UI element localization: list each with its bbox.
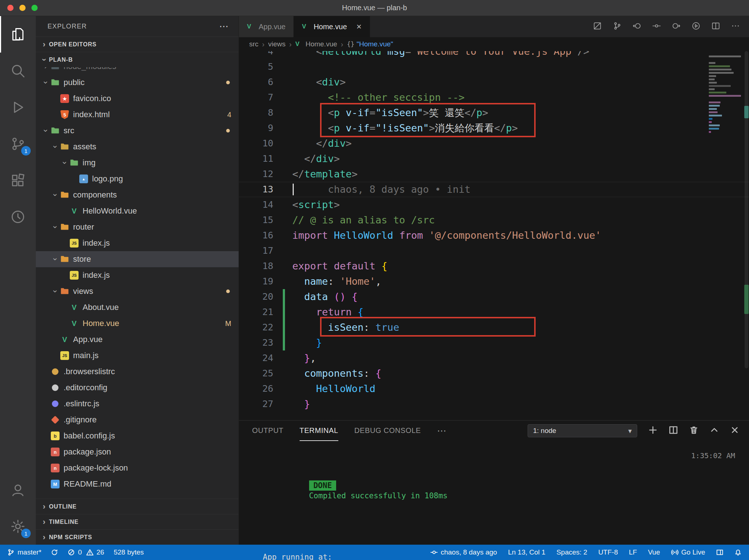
- status-file-size[interactable]: 528 bytes: [114, 548, 144, 556]
- tree-item-package-lock.json[interactable]: npackage-lock.json: [36, 460, 239, 476]
- tree-item-.browserslistrc[interactable]: .browserslistrc: [36, 364, 239, 380]
- sidebar-section-timeline[interactable]: ›TIMELINE: [36, 514, 239, 529]
- line-number[interactable]: 25: [239, 366, 292, 381]
- code-line-10[interactable]: 10 </div>: [239, 136, 749, 151]
- tree-item-.eslintrc.js[interactable]: .eslintrc.js: [36, 396, 239, 412]
- tab-app-vue[interactable]: VApp.vue: [239, 16, 294, 37]
- action-gitlens-changes[interactable]: [593, 21, 602, 32]
- code-line-13[interactable]: 13 chaos, 8 days ago • init: [239, 182, 749, 197]
- line-number[interactable]: 14: [239, 197, 292, 212]
- breadcrumb-item[interactable]: {}"Home.vue": [347, 40, 393, 48]
- code-line-7[interactable]: 7 <!-- other seccsipn -->: [239, 90, 749, 105]
- code-line-18[interactable]: 18export default {: [239, 258, 749, 274]
- tree-item-readme.md[interactable]: MREADME.md: [36, 476, 239, 492]
- code-editor[interactable]: 4 <HelloWorld msg="Welcome to Your Vue.j…: [239, 51, 749, 420]
- line-number[interactable]: 12: [239, 166, 292, 182]
- tree-item-.editorconfig[interactable]: .editorconfig: [36, 380, 239, 396]
- panel-action-maximize-panel[interactable]: [710, 425, 719, 436]
- activity-settings[interactable]: 1: [0, 508, 36, 545]
- code-line-23[interactable]: 23 }: [239, 335, 749, 350]
- activity-run-debug[interactable]: [0, 89, 36, 126]
- code-line-8[interactable]: 8 <p v-if="isSeen">笑 還笑</p>: [239, 105, 749, 120]
- activity-history[interactable]: [0, 199, 36, 235]
- tab-home-vue[interactable]: VHome.vue×: [294, 16, 370, 37]
- activity-source-control[interactable]: 1: [0, 126, 36, 162]
- line-number[interactable]: 5: [239, 59, 292, 74]
- editor-scrollbar[interactable]: [744, 51, 749, 420]
- sidebar-section-npm-scripts[interactable]: ›NPM SCRIPTS: [36, 529, 239, 545]
- workspace-root-section[interactable]: › PLAN-B: [36, 52, 239, 67]
- action-more-actions[interactable]: [731, 21, 740, 32]
- action-gitlens-graph[interactable]: [612, 21, 622, 32]
- terminal[interactable]: DONE Compiled successfully in 108ms 1:35…: [239, 441, 749, 560]
- action-toggle-annotations[interactable]: [652, 21, 661, 32]
- line-number[interactable]: 24: [239, 350, 292, 366]
- code-line-27[interactable]: 27 }: [239, 396, 749, 412]
- action-previous-change[interactable]: [632, 21, 642, 32]
- tree-item-router[interactable]: ›router: [36, 219, 239, 235]
- status-branch[interactable]: master*: [7, 548, 41, 556]
- panel-tab-output[interactable]: OUTPUT: [252, 421, 284, 441]
- tree-item-main.js[interactable]: JSmain.js: [36, 348, 239, 364]
- line-number[interactable]: 9: [239, 120, 292, 136]
- breadcrumb-item[interactable]: src: [249, 40, 258, 48]
- tree-item-about.vue[interactable]: VAbout.vue: [36, 299, 239, 315]
- tree-item-index.js[interactable]: JSindex.js: [36, 235, 239, 251]
- panel-tab-terminal[interactable]: TERMINAL: [300, 421, 338, 441]
- line-number[interactable]: 15: [239, 212, 292, 228]
- code-line-12[interactable]: 12</template>: [239, 166, 749, 182]
- zoom-window-button[interactable]: [31, 5, 38, 11]
- line-number[interactable]: 11: [239, 151, 292, 166]
- line-number[interactable]: 16: [239, 228, 292, 243]
- breadcrumb-item[interactable]: VHome.vue: [295, 40, 337, 48]
- activity-accounts[interactable]: [0, 472, 36, 508]
- code-line-25[interactable]: 25 components: {: [239, 366, 749, 381]
- action-split-editor[interactable]: [711, 21, 721, 32]
- code-line-15[interactable]: 15// @ is an alias to /src: [239, 212, 749, 228]
- line-number[interactable]: 7: [239, 90, 292, 105]
- line-number[interactable]: 6: [239, 74, 292, 90]
- status-sync[interactable]: [51, 549, 58, 556]
- status-warnings[interactable]: 26: [86, 548, 104, 556]
- tree-item-public[interactable]: ›public: [36, 74, 239, 91]
- breadcrumb-item[interactable]: views: [268, 40, 286, 48]
- code-line-26[interactable]: 26 HelloWorld: [239, 381, 749, 396]
- line-number[interactable]: 18: [239, 258, 292, 274]
- tree-item-img[interactable]: ›img: [36, 155, 239, 171]
- activity-explorer[interactable]: [0, 16, 36, 53]
- line-number[interactable]: 10: [239, 136, 292, 151]
- tree-item-src[interactable]: ›src: [36, 123, 239, 139]
- code-line-22[interactable]: 22 isSeen: true: [239, 320, 749, 335]
- tree-item-node_modules[interactable]: ›node_modules: [36, 67, 239, 74]
- action-open-preview[interactable]: [691, 21, 701, 32]
- code-line-14[interactable]: 14<script>: [239, 197, 749, 212]
- tree-item-helloworld.vue[interactable]: VHelloWorld.vue: [36, 203, 239, 219]
- activity-search[interactable]: [0, 53, 36, 89]
- tree-item-views[interactable]: ›views: [36, 283, 239, 299]
- line-number[interactable]: 26: [239, 381, 292, 396]
- line-number[interactable]: 27: [239, 396, 292, 412]
- line-number[interactable]: 13: [239, 182, 292, 197]
- code-line-19[interactable]: 19 name: 'Home',: [239, 274, 749, 289]
- code-line-4[interactable]: 4 <HelloWorld msg="Welcome to Your Vue.j…: [239, 51, 749, 59]
- line-number[interactable]: 20: [239, 289, 292, 304]
- tree-item-index.html[interactable]: 5index.html4: [36, 107, 239, 123]
- panel-action-split-terminal[interactable]: [669, 425, 678, 436]
- code-line-20[interactable]: 20 data () {: [239, 289, 749, 304]
- code-line-9[interactable]: 9 <p v-if="!isSeen">消失給你看看</p>: [239, 120, 749, 136]
- terminal-selector[interactable]: 1: node ▾: [528, 424, 637, 437]
- tree-item-app.vue[interactable]: VApp.vue: [36, 331, 239, 348]
- status-errors[interactable]: 0: [68, 548, 82, 556]
- code-line-6[interactable]: 6 <div>: [239, 74, 749, 90]
- panel-action-kill-terminal[interactable]: [689, 425, 699, 436]
- close-window-button[interactable]: [7, 5, 14, 11]
- more-actions-icon[interactable]: ⋯: [219, 21, 229, 32]
- panel-action-close-panel[interactable]: [730, 425, 740, 436]
- panel-tab-debug-console[interactable]: DEBUG CONSOLE: [354, 421, 421, 441]
- line-number[interactable]: 21: [239, 304, 292, 320]
- sidebar-section-outline[interactable]: ›OUTLINE: [36, 499, 239, 514]
- line-number[interactable]: 17: [239, 243, 292, 258]
- code-line-11[interactable]: 11 </div>: [239, 151, 749, 166]
- tree-item-logo.png[interactable]: ▲logo.png: [36, 171, 239, 187]
- tree-item-favicon.ico[interactable]: ★favicon.ico: [36, 91, 239, 107]
